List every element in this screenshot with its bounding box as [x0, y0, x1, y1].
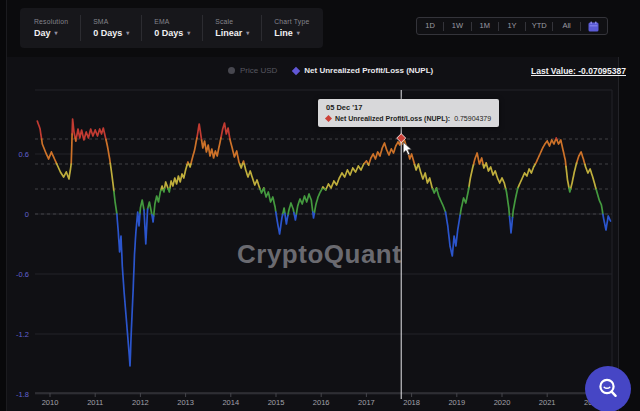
legend-price-label: Price USD [240, 66, 277, 75]
x-axis-tick-label: 2014 [222, 398, 239, 407]
nupl-line-series [114, 187, 603, 217]
mouse-cursor [403, 142, 411, 155]
tooltip-date: 05 Dec '17 [326, 103, 491, 112]
x-axis-tick-label: 2017 [358, 398, 375, 407]
x-axis-tick-label: 2012 [132, 398, 149, 407]
chart-tooltip: 05 Dec '17 Net Unrealized Profit/Loss (N… [318, 99, 499, 127]
legend-item-nupl[interactable]: Net Unrealized Profit/Loss (NUPL) [293, 66, 433, 75]
y-axis-tick-label: 0.6 [19, 150, 29, 159]
x-axis-tick-label: 2016 [313, 398, 330, 407]
nupl-chart-plot[interactable]: 0.60-0.6-1.2-1.8201020112012201320142015… [0, 0, 640, 411]
y-axis-tick-label: -1.2 [16, 330, 29, 339]
y-axis-tick-label: 0 [25, 210, 29, 219]
last-value-link[interactable]: Last Value: -0.07095387 [531, 66, 626, 76]
tooltip-series-label: Net Unrealized Profit/Loss (NUPL): [335, 115, 450, 122]
x-axis-tick-label: 2010 [42, 398, 59, 407]
x-axis-tick-label: 2021 [539, 398, 556, 407]
cryptoquant-chart-screen: Resolution Day▾ SMA 0 Days▾ EMA 0 Days▾ … [0, 0, 640, 411]
x-axis-tick-label: 2015 [268, 398, 285, 407]
legend-nupl-label: Net Unrealized Profit/Loss (NUPL) [304, 66, 433, 75]
magnifier-icon [596, 377, 620, 401]
tooltip-series-diamond-icon [325, 115, 332, 122]
nupl-line-series [57, 163, 597, 191]
chart-legend: Price USD Net Unrealized Profit/Loss (NU… [228, 66, 433, 75]
legend-item-price[interactable]: Price USD [228, 66, 277, 75]
y-axis-tick-label: -0.6 [16, 270, 29, 279]
x-axis-tick-label: 2018 [403, 398, 420, 407]
x-axis-tick-label: 2013 [177, 398, 194, 407]
x-axis-tick-label: 2020 [494, 398, 511, 407]
y-axis-tick-label: -1.8 [16, 390, 29, 399]
x-axis-tick-label: 2011 [87, 398, 103, 407]
nupl-diamond-icon [292, 66, 300, 74]
x-axis-tick-label: 2019 [448, 398, 465, 407]
zoom-search-button[interactable] [585, 366, 631, 411]
nupl-line-series [117, 209, 611, 366]
price-dot-icon [228, 67, 235, 74]
tooltip-value: 0.75904379 [454, 115, 491, 122]
